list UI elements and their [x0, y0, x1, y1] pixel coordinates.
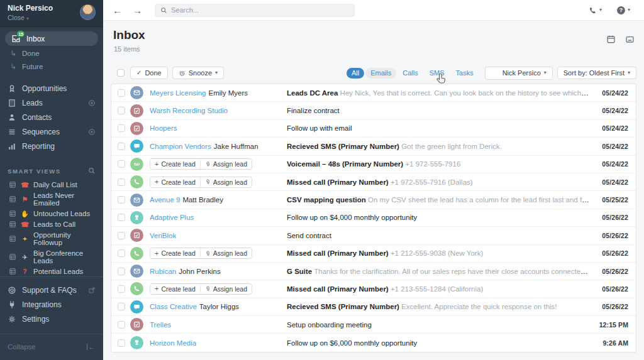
calendar-icon[interactable] [606, 35, 616, 44]
plus-icon: + [155, 285, 158, 292]
assign-lead-button[interactable]: Assign lead [200, 177, 252, 187]
sidebar-item-integrations[interactable]: Integrations [0, 297, 103, 312]
phone-menu[interactable]: ▾ [589, 6, 602, 14]
forward-button[interactable]: → [133, 6, 142, 15]
lead-link[interactable]: Adaptive Plus [150, 214, 194, 221]
sub-arrow-icon: ↳ [10, 62, 16, 71]
global-search[interactable] [155, 4, 355, 17]
row-checkbox[interactable] [118, 232, 125, 239]
filter-tasks[interactable]: Tasks [451, 68, 479, 79]
lead-link[interactable]: Avenue 9 [150, 196, 180, 204]
sidebar-item-support[interactable]: Support & FAQs [0, 283, 103, 297]
create-lead-button[interactable]: +Create lead [150, 177, 200, 187]
list-item[interactable]: +Create leadAssign lead Voicemail – 48s … [111, 156, 636, 173]
list-item[interactable]: Adaptive Plus Follow up on $4,000 monthl… [111, 209, 636, 227]
sidebar-item-future[interactable]: ↳Future [0, 60, 103, 73]
row-checkbox[interactable] [118, 160, 125, 168]
sidebar-item-reporting[interactable]: Reporting [0, 139, 103, 153]
chevron-down-icon: ▾ [544, 70, 547, 75]
sidebar-item-leads[interactable]: Leads [0, 95, 103, 110]
row-checkbox[interactable] [118, 285, 125, 293]
sidebar-item-contacts[interactable]: Contacts [0, 110, 103, 124]
lead-link[interactable]: Warsh Recording Studio [150, 107, 228, 114]
help-menu[interactable]: ?▾ [617, 6, 630, 14]
row-checkbox[interactable] [118, 89, 125, 97]
select-all-checkbox[interactable] [117, 69, 125, 77]
smart-view-leads-never-emailed[interactable]: ⚑Leads Never Emailed [0, 190, 103, 208]
row-checkbox[interactable] [118, 214, 125, 221]
create-lead-button[interactable]: +Create lead [150, 159, 200, 169]
list-item[interactable]: Class CreativeTaylor Higgs Recieved SMS … [111, 298, 636, 316]
row-checkbox[interactable] [118, 107, 125, 114]
assign-lead-button[interactable]: Assign lead [200, 159, 252, 169]
row-checkbox[interactable] [118, 143, 125, 150]
collapse-sidebar-button[interactable]: Collapse ← [0, 334, 103, 360]
avatar[interactable] [80, 4, 96, 20]
list-item[interactable]: Trelles Setup onboarding meeting 12:15 P… [111, 316, 636, 334]
list-item[interactable]: +Create leadAssign lead Missed call (Pri… [111, 173, 636, 191]
list-item[interactable]: +Create leadAssign lead Missed call (Pri… [111, 245, 636, 263]
opportunity-trophy-icon [130, 336, 143, 349]
assign-lead-button[interactable]: Assign lead [200, 248, 252, 258]
user-filter-dropdown[interactable]: Nick Persico▾ [485, 67, 553, 80]
assign-lead-button[interactable]: Assign lead [200, 284, 252, 294]
list-item[interactable]: RubicanJohn Perkins G Suite Thanks for t… [111, 263, 636, 280]
sidebar-item-opportunities[interactable]: Opportunities [0, 81, 103, 95]
sidebar-item-settings[interactable]: Settings [0, 312, 103, 326]
lead-link[interactable]: VeriBlok [150, 232, 176, 239]
list-item[interactable]: VeriBlok Send contract 05/26/22 [111, 227, 636, 244]
list-item[interactable]: Meyers LicensingEmily Myers Leads DC Are… [111, 84, 636, 102]
lead-link[interactable]: Meyers Licensing [150, 89, 206, 97]
item-date: 05/26/22 [596, 285, 628, 293]
filter-all[interactable]: All [347, 68, 364, 79]
org-switcher[interactable]: Close ▾ [8, 14, 53, 21]
search-icon[interactable] [88, 167, 96, 175]
lead-link[interactable]: Rubican [150, 268, 176, 275]
snooze-button[interactable]: Snooze▾ [172, 67, 224, 79]
sidebar-item-done[interactable]: ↳Done [0, 46, 103, 60]
item-summary: Leads DC Area Hey Nick, Yes that is corr… [287, 89, 589, 97]
list-item[interactable]: Champion VendorsJake Huffman Recieved SM… [111, 138, 636, 155]
smart-view-opportunity-followup[interactable]: ✦Opportunity Followup [0, 229, 103, 248]
lead-link[interactable]: Horizon Media [150, 339, 196, 347]
list-item[interactable]: +Create leadAssign lead Missed call (Pri… [111, 280, 636, 298]
item-date: 05/26/22 [596, 232, 628, 239]
sidebar-item-inbox[interactable]: 15 Inbox [5, 31, 98, 46]
list-item[interactable]: Horizon Media Follow up on $6,000 monthl… [111, 334, 636, 351]
lead-link[interactable]: Trelles [150, 321, 171, 329]
done-button[interactable]: ✓Done [130, 67, 168, 79]
smart-view-daily-call-list[interactable]: ☎Daily Call List [0, 179, 103, 190]
help-icon: ? [617, 6, 625, 14]
sort-dropdown[interactable]: Sort by: Oldest First▾ [557, 67, 636, 79]
filter-sms[interactable]: SMS [425, 68, 450, 79]
row-checkbox[interactable] [118, 321, 125, 329]
filter-emails[interactable]: Emails [365, 68, 396, 79]
back-button[interactable]: ← [113, 6, 122, 15]
sidebar-item-sequences[interactable]: Sequences [0, 124, 103, 139]
list-item[interactable]: Avenue 9Matt Bradley CSV mapping questio… [111, 191, 636, 209]
contact-name: Jake Huffman [214, 143, 258, 150]
smart-view-untouched-leads[interactable]: ✋Untouched Leads [0, 208, 103, 219]
row-checkbox[interactable] [118, 178, 125, 186]
search-input[interactable] [171, 6, 349, 14]
row-checkbox[interactable] [118, 196, 125, 204]
news-card-icon[interactable] [625, 35, 635, 44]
smart-view-potential-leads[interactable]: ?Potential Leads [0, 266, 103, 276]
lead-link[interactable]: Class Creative [150, 303, 197, 310]
lead-link[interactable]: Hoopers [150, 124, 177, 132]
sms-icon [130, 300, 143, 314]
filter-calls[interactable]: Calls [397, 68, 423, 79]
row-checkbox[interactable] [118, 339, 125, 347]
row-checkbox[interactable] [118, 249, 125, 257]
list-item[interactable]: Hoopers Follow up with email 05/24/22 [111, 120, 636, 138]
row-checkbox[interactable] [118, 268, 125, 275]
row-checkbox[interactable] [118, 124, 125, 132]
create-lead-button[interactable]: +Create lead [150, 248, 200, 258]
create-lead-button[interactable]: +Create lead [150, 284, 200, 294]
smart-view-leads-to-call[interactable]: ☎Leads to Call [0, 219, 103, 229]
sidebar-header[interactable]: Nick Persico Close ▾ [0, 0, 103, 27]
row-checkbox[interactable] [118, 303, 125, 310]
lead-link[interactable]: Champion Vendors [150, 143, 211, 150]
smart-view-big-conference-leads[interactable]: ✈Big Conference Leads [0, 248, 103, 266]
list-item[interactable]: Warsh Recording Studio Finalize contract… [111, 102, 636, 119]
